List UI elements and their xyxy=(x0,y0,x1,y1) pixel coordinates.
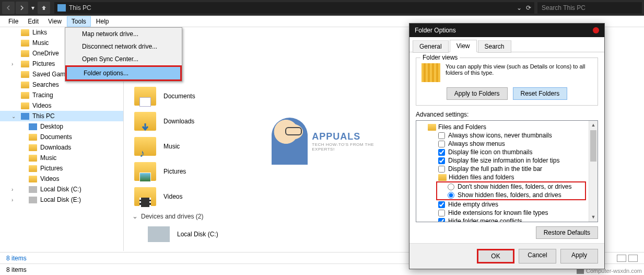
dialog-tabs: General View Search xyxy=(409,37,604,52)
folder-icon xyxy=(21,102,29,109)
forward-button[interactable] xyxy=(16,2,28,14)
watermark-name: APPUALS xyxy=(312,131,387,142)
pc-icon xyxy=(21,113,29,120)
folder-icon xyxy=(21,40,29,47)
folder-icon xyxy=(29,165,37,172)
tree-videos[interactable]: Videos xyxy=(0,100,123,111)
tree-music2[interactable]: Music xyxy=(0,153,123,163)
apply-to-folders-button[interactable]: Apply to Folders xyxy=(447,87,508,100)
tree-pictures2[interactable]: Pictures xyxy=(0,163,123,174)
menu-edit[interactable]: Edit xyxy=(24,17,43,26)
folder-icon xyxy=(29,134,37,141)
opt-hide-ext[interactable]: Hide extensions for known file types xyxy=(417,209,596,217)
chevron-right-icon[interactable]: › xyxy=(11,197,13,203)
address-dropdown-icon[interactable]: ⌄ xyxy=(517,4,522,12)
apply-button[interactable]: Apply xyxy=(560,249,598,263)
item-count-2: 8 items xyxy=(6,266,27,273)
opt-size-info[interactable]: Display file size information in folder … xyxy=(417,156,596,165)
address-text: This PC xyxy=(69,4,91,12)
folder-icon xyxy=(29,155,37,162)
menu-tools[interactable]: Tools xyxy=(67,16,91,27)
opt-dont-show-hidden[interactable]: Don't show hidden files, folders, or dri… xyxy=(437,182,585,191)
node-files-folders: Files and Folders xyxy=(417,123,596,131)
dialog-titlebar[interactable]: Folder Options xyxy=(409,24,604,37)
search-input[interactable]: Search This PC xyxy=(537,2,642,14)
tab-view[interactable]: View xyxy=(450,40,477,52)
opt-hide-merge[interactable]: Hide folder merge conflicts xyxy=(417,217,596,222)
mascot-icon xyxy=(272,118,308,165)
back-button[interactable] xyxy=(2,2,15,14)
scroll-thumb[interactable] xyxy=(590,130,596,162)
disk-icon xyxy=(29,197,37,203)
tools-dropdown: Map network drive... Disconnect network … xyxy=(65,27,182,82)
folder-icon xyxy=(134,187,156,206)
address-bar[interactable]: This PC ⌄ ⟳ xyxy=(54,2,534,14)
up-button[interactable] xyxy=(38,2,50,14)
cancel-button[interactable]: Cancel xyxy=(519,249,556,263)
tree-tracing[interactable]: Tracing xyxy=(0,90,123,100)
folder-icon xyxy=(21,71,29,78)
recent-dropdown[interactable]: ▾ xyxy=(29,2,37,14)
chevron-down-icon[interactable]: ⌄ xyxy=(11,113,16,119)
download-overlay-icon xyxy=(139,122,151,132)
tree-diskc[interactable]: ›Local Disk (C:) xyxy=(0,184,123,194)
tab-search[interactable]: Search xyxy=(478,40,511,53)
folder-view-description: You can apply this view (such as Details… xyxy=(446,63,592,82)
menu-folder-options[interactable]: Folder options... xyxy=(67,67,180,79)
menu-sync-center[interactable]: Open Sync Center... xyxy=(65,53,182,65)
folder-icon xyxy=(134,87,156,106)
menu-map-drive[interactable]: Map network drive... xyxy=(65,28,182,40)
opt-full-path[interactable]: Display the full path in the title bar xyxy=(417,165,596,173)
ok-button[interactable]: OK xyxy=(477,249,514,263)
restore-defaults-button[interactable]: Restore Defaults xyxy=(536,226,598,239)
icons-view-button[interactable] xyxy=(628,255,638,262)
dialog-buttons: OK Cancel Apply xyxy=(409,243,604,269)
menu-file[interactable]: File xyxy=(4,17,22,26)
group-title: Folder views xyxy=(420,54,460,61)
reset-folders-button[interactable]: Reset Folders xyxy=(513,87,568,100)
opt-hide-empty[interactable]: Hide empty drives xyxy=(417,200,596,209)
tree-thispc[interactable]: ⌄This PC xyxy=(0,111,123,121)
pc-icon xyxy=(57,4,66,12)
tree-downloads[interactable]: Downloads xyxy=(0,142,123,153)
scroll-up-icon[interactable]: ▲ xyxy=(589,121,598,130)
item-count: 8 items xyxy=(6,255,27,262)
folder-icon: ♪ xyxy=(134,137,156,156)
opt-show-hidden[interactable]: Show hidden files, folders, and drives xyxy=(437,191,585,199)
video-overlay-icon xyxy=(139,198,151,207)
picture-overlay-icon xyxy=(139,173,151,182)
tree-diske[interactable]: ›Local Disk (E:) xyxy=(0,194,123,205)
tab-general[interactable]: General xyxy=(413,40,449,53)
folder-icon xyxy=(21,50,29,57)
disk-icon xyxy=(29,186,37,193)
menu-view[interactable]: View xyxy=(44,17,66,26)
advanced-label: Advanced settings: xyxy=(416,111,598,118)
navigation-toolbar: ▾ This PC ⌄ ⟳ Search This PC xyxy=(0,0,644,16)
search-placeholder: Search This PC xyxy=(542,4,586,12)
scroll-down-icon[interactable]: ▼ xyxy=(589,213,598,222)
menu-help[interactable]: Help xyxy=(92,17,113,26)
opt-icons-never[interactable]: Always show icons, never thumbnails xyxy=(417,131,596,140)
folder-icon xyxy=(134,112,156,131)
chevron-right-icon[interactable]: › xyxy=(11,61,13,67)
node-hidden: Hidden files and folders xyxy=(417,173,596,181)
watermark: APPUALS TECH HOW-TO'S FROM THE EXPERTS! xyxy=(272,115,387,167)
opt-file-icon[interactable]: Display file icon on thumbnails xyxy=(417,148,596,156)
folder-views-group: Folder views You can apply this view (su… xyxy=(416,58,598,106)
settings-tree[interactable]: Files and Folders Always show icons, nev… xyxy=(416,120,598,222)
scrollbar[interactable]: ▲ ▼ xyxy=(589,121,598,222)
folder-icon xyxy=(428,124,436,131)
refresh-icon[interactable]: ⟳ xyxy=(526,4,531,12)
tree-desktop[interactable]: Desktop xyxy=(0,121,123,132)
folder-icon xyxy=(29,176,37,182)
chevron-right-icon[interactable]: › xyxy=(11,187,13,192)
tree-videos2[interactable]: Videos xyxy=(0,174,123,184)
folder-icon xyxy=(438,174,447,181)
details-view-button[interactable] xyxy=(617,255,626,262)
tree-documents[interactable]: Documents xyxy=(0,132,123,142)
menu-disconnect-drive[interactable]: Disconnect network drive... xyxy=(65,40,182,53)
opt-show-menus[interactable]: Always show menus xyxy=(417,140,596,148)
folder-icon xyxy=(21,29,29,36)
music-overlay-icon: ♪ xyxy=(139,147,151,157)
close-icon[interactable] xyxy=(593,27,599,33)
